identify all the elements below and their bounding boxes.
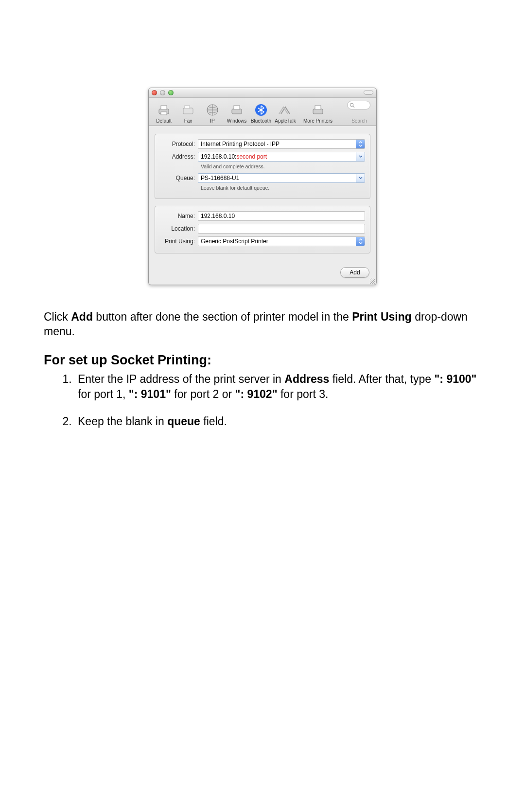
toolbar-label: AppleTalk: [275, 118, 296, 124]
appletalk-icon: [278, 103, 293, 117]
toolbar-default[interactable]: Default: [152, 103, 176, 126]
list-item: Enter the IP address of the print server…: [75, 372, 481, 401]
svg-rect-3: [183, 108, 193, 114]
toolbar-appletalk[interactable]: AppleTalk: [273, 103, 298, 126]
printer-info-group: Name: 192.168.0.10 Location: Print Using…: [155, 206, 370, 253]
dialog-footer: Add: [149, 267, 376, 285]
window-controls: [152, 90, 174, 95]
address-hint: Valid and complete address.: [201, 163, 365, 169]
toolbar-label: IP: [210, 118, 214, 124]
toolbar-windows[interactable]: Windows: [225, 103, 249, 126]
add-button[interactable]: Add: [340, 267, 369, 278]
list-item: Keep the blank in queue field.: [75, 414, 481, 429]
queue-label: Queue:: [160, 175, 198, 181]
instruction-list: Enter the IP address of the print server…: [44, 372, 481, 429]
document-page: Default Fax IP Windows: [0, 0, 525, 485]
windows-printer-icon: [229, 103, 245, 117]
queue-hint: Leave blank for default queue.: [201, 185, 365, 191]
zoom-icon[interactable]: [168, 90, 174, 95]
ip-globe-icon: [205, 103, 220, 117]
combo-arrow-icon: [356, 152, 365, 161]
search-input[interactable]: [347, 101, 370, 109]
svg-rect-10: [315, 106, 321, 109]
add-button-label: Add: [350, 269, 360, 276]
connection-group: Protocol: Internet Printing Protocol - I…: [155, 134, 370, 199]
printusing-value: Generic PostScript Printer: [201, 238, 268, 245]
window-titlebar: [149, 88, 376, 98]
document-body: Click Add button after done the section …: [44, 309, 481, 429]
location-label: Location:: [160, 225, 198, 232]
svg-line-12: [353, 106, 354, 108]
toolbar-label: Default: [156, 118, 172, 124]
popup-arrows-icon: [356, 140, 365, 148]
svg-rect-1: [161, 106, 167, 109]
combo-arrow-icon: [356, 174, 365, 182]
name-value: 192.168.0.10: [201, 213, 235, 219]
toolbar-label: Fax: [184, 118, 192, 124]
queue-value: PS-116688-U1: [201, 175, 239, 181]
paragraph: Click Add button after done the section …: [44, 309, 481, 339]
protocol-label: Protocol:: [160, 141, 198, 147]
toolbar-label: More Printers: [303, 118, 332, 124]
toolbar-search: Search: [345, 101, 373, 126]
toolbar: Default Fax IP Windows: [149, 98, 376, 126]
toolbar-label: Bluetooth: [251, 118, 271, 124]
fax-icon: [180, 103, 196, 117]
add-printer-window: Default Fax IP Windows: [148, 88, 377, 285]
minimize-icon[interactable]: [160, 90, 165, 95]
location-field[interactable]: [198, 224, 365, 234]
popup-arrows-icon: [356, 237, 365, 246]
name-field[interactable]: 192.168.0.10: [198, 211, 365, 221]
toolbar-more-printers[interactable]: More Printers: [298, 103, 338, 126]
svg-rect-4: [185, 106, 190, 108]
name-label: Name:: [160, 213, 198, 219]
toolbar-ip[interactable]: IP: [200, 103, 225, 126]
section-heading: For set up Socket Printing:: [44, 352, 481, 369]
form-body: Protocol: Internet Printing Protocol - I…: [149, 126, 376, 267]
address-value-suffix: second port: [236, 153, 267, 160]
printer-icon: [310, 103, 326, 117]
svg-point-11: [350, 103, 353, 106]
address-value-prefix: 192.168.0.10:: [201, 153, 236, 160]
protocol-popup[interactable]: Internet Printing Protocol - IPP: [198, 139, 365, 149]
bluetooth-icon: [253, 103, 269, 117]
search-icon: [350, 103, 355, 108]
toolbar-fax[interactable]: Fax: [176, 103, 200, 126]
resize-grip-icon[interactable]: [369, 278, 375, 284]
toolbar-bluetooth[interactable]: Bluetooth: [249, 103, 273, 126]
protocol-value: Internet Printing Protocol - IPP: [201, 141, 280, 147]
close-icon[interactable]: [152, 90, 157, 95]
svg-rect-2: [161, 112, 167, 115]
printer-icon: [156, 103, 172, 117]
printusing-label: Print Using:: [160, 238, 198, 245]
svg-rect-7: [234, 106, 240, 109]
search-label: Search: [345, 118, 373, 124]
printusing-popup[interactable]: Generic PostScript Printer: [198, 236, 365, 246]
address-field[interactable]: 192.168.0.10: second port: [198, 152, 365, 162]
queue-field[interactable]: PS-116688-U1: [198, 173, 365, 183]
address-label: Address:: [160, 153, 198, 160]
toolbar-label: Windows: [227, 118, 247, 124]
toolbar-toggle-icon[interactable]: [364, 90, 373, 95]
